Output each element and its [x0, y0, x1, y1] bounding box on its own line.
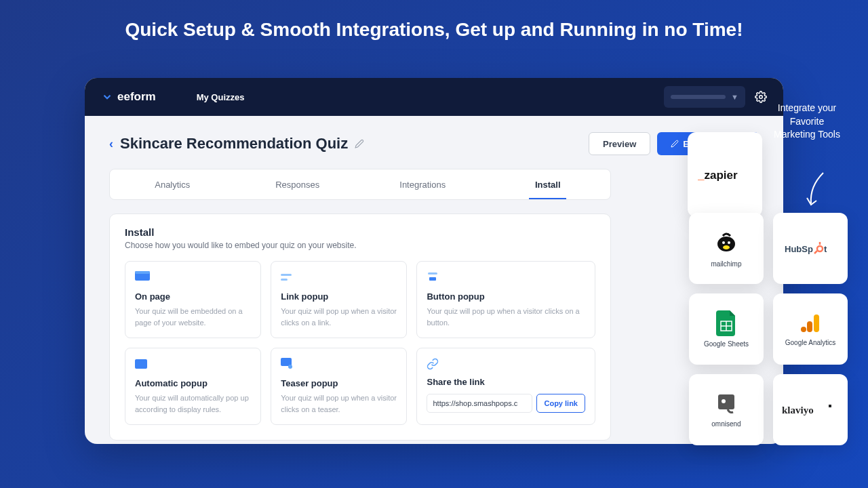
integration-omnisend: omnisend — [689, 374, 764, 445]
integration-grid: mailchimp HubSpt Google Sheets Google An… — [689, 132, 848, 445]
on-page-icon — [135, 271, 150, 283]
option-automatic-popup[interactable]: Automatic popup Your quiz will automatic… — [125, 348, 261, 425]
option-button-popup[interactable]: Button popup Your quiz will pop up when … — [416, 261, 595, 338]
install-heading: Install — [125, 226, 595, 238]
integration-google-analytics: Google Analytics — [773, 293, 848, 365]
install-panel: Install Choose how you would like to emb… — [109, 214, 611, 441]
svg-rect-6 — [429, 277, 436, 281]
pencil-icon — [671, 140, 679, 148]
option-link-popup[interactable]: Link popup Your quiz will pop up when a … — [271, 261, 407, 338]
option-desc: Your quiz will pop up when a visitor cli… — [281, 306, 397, 328]
tabs: Analytics Responses Integrations Install — [109, 169, 611, 200]
share-title: Share the link — [427, 377, 585, 387]
integration-hubspot: HubSpt — [773, 213, 848, 284]
svg-text:t: t — [824, 244, 827, 254]
brand-chevron-icon — [101, 91, 113, 103]
edit-title-icon[interactable] — [355, 139, 364, 148]
svg-text:HubSp: HubSp — [785, 244, 813, 254]
option-title: Link popup — [281, 291, 397, 302]
option-teaser-popup[interactable]: Teaser popup Your quiz will pop up when … — [271, 348, 407, 425]
option-desc: Your quiz will pop up when a visitor cli… — [427, 306, 585, 328]
option-title: Teaser popup — [281, 378, 397, 388]
option-title: Button popup — [427, 291, 585, 302]
page-title: Skincare Recommendation Quiz — [120, 135, 348, 152]
option-title: Automatic popup — [135, 378, 251, 388]
svg-point-25 — [801, 327, 806, 332]
app-header: eeform My Quizzes ▼ — [85, 78, 783, 116]
tab-integrations[interactable]: Integrations — [360, 169, 486, 199]
svg-rect-26 — [718, 394, 734, 409]
install-subheading: Choose how you would like to embed your … — [125, 241, 595, 250]
account-dropdown[interactable]: ▼ — [664, 86, 745, 108]
link-popup-icon — [281, 271, 296, 283]
integration-label: Google Sheets — [704, 340, 749, 348]
integration-mailchimp: mailchimp — [689, 213, 764, 284]
copy-link-button[interactable]: Copy link — [536, 394, 585, 413]
link-icon — [427, 358, 439, 370]
svg-point-12 — [722, 241, 725, 244]
chevron-down-icon: ▼ — [731, 93, 738, 101]
button-popup-icon — [427, 271, 441, 283]
automatic-popup-icon — [135, 358, 150, 370]
teaser-popup-icon — [281, 358, 296, 370]
svg-rect-7 — [135, 359, 147, 369]
integration-google-sheets: Google Sheets — [689, 293, 764, 365]
preview-button[interactable]: Preview — [589, 132, 650, 155]
tab-responses[interactable]: Responses — [235, 169, 361, 199]
option-desc: Your quiz will pop up when a visitor cli… — [281, 392, 397, 415]
integration-klaviyo: klaviyo — [773, 374, 848, 445]
option-desc: Your quiz will automatically pop up acco… — [135, 392, 251, 415]
svg-text:klaviyo: klaviyo — [782, 405, 814, 415]
svg-rect-5 — [428, 272, 437, 274]
svg-point-0 — [760, 96, 763, 99]
brand-text: eeform — [117, 90, 156, 104]
integration-label: Google Analytics — [785, 339, 836, 346]
hero-title: Quick Setup & Smooth Integrations, Get u… — [0, 0, 868, 52]
svg-point-14 — [723, 245, 730, 249]
svg-line-18 — [814, 251, 817, 253]
tab-analytics[interactable]: Analytics — [110, 169, 235, 199]
svg-rect-2 — [135, 271, 150, 274]
nav-my-quizzes[interactable]: My Quizzes — [197, 92, 245, 102]
option-desc: Your quiz will be embedded on a page of … — [135, 306, 251, 328]
integration-label: omnisend — [711, 420, 741, 428]
option-title: On page — [135, 291, 251, 302]
option-on-page[interactable]: On page Your quiz will be embedded on a … — [125, 261, 261, 338]
title-row: ‹ Skincare Recommendation Quiz Preview E… — [109, 132, 759, 155]
app-window: eeform My Quizzes ▼ ‹ Skincare Recommend… — [85, 78, 783, 444]
integration-label: mailchimp — [711, 260, 741, 268]
svg-rect-3 — [281, 274, 292, 276]
share-url-input[interactable] — [427, 394, 532, 413]
settings-icon[interactable] — [755, 91, 767, 103]
svg-rect-29 — [829, 405, 831, 407]
svg-point-27 — [722, 399, 726, 403]
svg-point-16 — [817, 246, 823, 251]
svg-point-13 — [728, 241, 730, 244]
svg-rect-4 — [281, 279, 288, 281]
svg-rect-23 — [814, 314, 819, 332]
svg-point-9 — [288, 365, 292, 369]
back-button[interactable]: ‹ — [109, 137, 113, 151]
tab-install[interactable]: Install — [486, 169, 611, 199]
brand[interactable]: eeform — [101, 90, 156, 104]
share-link-card: Share the link Copy link — [416, 348, 595, 425]
svg-rect-24 — [807, 321, 812, 332]
